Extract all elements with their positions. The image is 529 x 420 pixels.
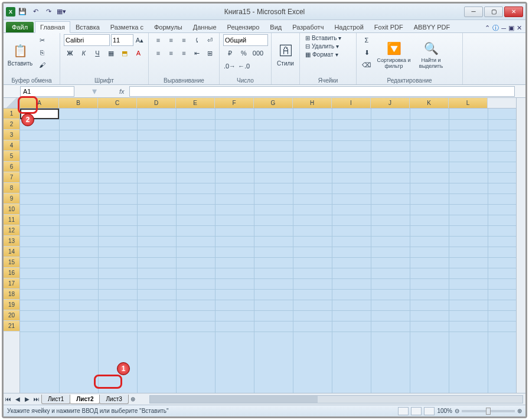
page-layout-view-button[interactable] <box>411 407 422 415</box>
italic-button[interactable]: К <box>77 47 90 59</box>
qat-save-button[interactable]: 💾 <box>17 6 28 18</box>
zoom-in-button[interactable]: ⊕ <box>517 408 522 414</box>
col-header[interactable]: C <box>98 98 137 108</box>
zoom-out-button[interactable]: ⊖ <box>455 408 459 414</box>
file-tab[interactable]: Файл <box>6 22 34 32</box>
maximize-button[interactable]: ▢ <box>484 6 503 17</box>
sheet-tab-2[interactable]: Лист2 <box>70 395 100 404</box>
page-break-view-button[interactable] <box>424 407 435 415</box>
cut-button[interactable]: ✂ <box>35 34 48 46</box>
row-header[interactable]: 8 <box>4 183 19 193</box>
align-center-button[interactable]: ≡ <box>165 47 177 59</box>
col-header[interactable]: I <box>332 98 371 108</box>
row-header[interactable]: 3 <box>4 130 19 140</box>
col-header[interactable]: J <box>371 98 410 108</box>
fx-icon[interactable]: fx <box>115 88 129 95</box>
row-header[interactable]: 21 <box>4 321 19 332</box>
vertical-scrollbar[interactable] <box>516 98 525 393</box>
tab-view[interactable]: Вид <box>264 21 287 32</box>
delete-cells-button[interactable]: ⊟ Удалить ▾ <box>303 42 343 50</box>
grow-font-button[interactable]: A▴ <box>135 34 145 46</box>
row-header[interactable]: 11 <box>4 215 19 225</box>
comma-button[interactable]: 000 <box>252 47 264 59</box>
new-sheet-button[interactable]: ⊕ <box>128 395 138 404</box>
row-header[interactable]: 2 <box>4 119 19 130</box>
font-color-button[interactable]: A <box>132 47 145 59</box>
mdi-close-icon[interactable]: ✕ <box>517 24 522 32</box>
zoom-slider[interactable] <box>462 410 515 412</box>
clear-button[interactable]: ⌫ <box>360 59 373 71</box>
paste-button[interactable]: 📋 Вставить <box>7 34 33 75</box>
formula-input[interactable] <box>129 86 515 97</box>
select-all-corner[interactable] <box>4 98 19 109</box>
help-icon[interactable]: ⓘ <box>492 24 499 32</box>
sheet-tab-1[interactable]: Лист1 <box>41 395 70 404</box>
align-middle-button[interactable]: ≡ <box>165 34 177 46</box>
underline-button[interactable]: Ч <box>91 47 103 59</box>
active-cell[interactable] <box>20 109 59 119</box>
row-header[interactable]: 14 <box>4 247 19 257</box>
font-size-select[interactable] <box>111 34 133 46</box>
cells-grid[interactable] <box>20 109 516 393</box>
row-header[interactable]: 13 <box>4 236 19 247</box>
row-header[interactable]: 10 <box>4 204 19 215</box>
decrease-indent-button[interactable]: ⇤ <box>191 47 203 59</box>
border-button[interactable]: ▦ <box>105 47 117 59</box>
insert-cells-button[interactable]: ⊞ Вставить ▾ <box>303 34 343 42</box>
wrap-text-button[interactable]: ⏎ <box>204 34 215 46</box>
name-box[interactable]: A1 <box>20 86 74 97</box>
copy-button[interactable]: ⎘ <box>35 47 48 58</box>
col-header[interactable]: K <box>410 98 449 108</box>
row-header[interactable]: 6 <box>4 162 19 172</box>
align-right-button[interactable]: ≡ <box>178 47 190 59</box>
col-header[interactable]: D <box>137 98 176 108</box>
fill-button[interactable]: ⬇ <box>360 47 373 58</box>
font-name-select[interactable] <box>64 34 110 46</box>
col-header[interactable]: E <box>176 98 215 108</box>
row-header[interactable]: 15 <box>4 257 19 268</box>
row-header[interactable]: 9 <box>4 193 19 204</box>
ribbon-minimize-icon[interactable]: ⌃ <box>485 24 490 32</box>
mdi-restore-icon[interactable]: ▣ <box>508 24 514 32</box>
decrease-decimal-button[interactable]: ←.0 <box>237 60 250 72</box>
row-header[interactable]: 1 <box>4 109 19 119</box>
normal-view-button[interactable] <box>398 407 409 415</box>
col-header[interactable]: H <box>293 98 332 108</box>
tab-insert[interactable]: Вставка <box>70 21 105 32</box>
tab-review[interactable]: Рецензиро <box>222 21 265 32</box>
align-left-button[interactable]: ≡ <box>152 47 164 59</box>
sheet-nav-prev[interactable]: ◀ <box>13 395 22 404</box>
minimize-button[interactable]: ─ <box>464 6 483 17</box>
number-format-select[interactable] <box>223 34 268 46</box>
tab-formulas[interactable]: Формулы <box>149 21 188 32</box>
sort-filter-button[interactable]: 🔽 Сортировка и фильтр <box>375 34 412 75</box>
currency-button[interactable]: ₽ <box>223 47 236 59</box>
sheet-nav-first[interactable]: ⏮ <box>4 395 13 404</box>
sheet-tab-3[interactable]: Лист3 <box>99 395 128 404</box>
row-header[interactable]: 16 <box>4 268 19 278</box>
styles-button[interactable]: 🄰 Стили <box>275 34 296 75</box>
col-header[interactable]: B <box>59 98 98 108</box>
tab-data[interactable]: Данные <box>188 21 222 32</box>
format-cells-button[interactable]: ▦ Формат ▾ <box>303 51 343 58</box>
row-header[interactable]: 5 <box>4 151 19 162</box>
col-header[interactable]: G <box>254 98 293 108</box>
tab-developer[interactable]: Разработч <box>287 21 329 32</box>
tab-addins[interactable]: Надстрой <box>329 21 368 32</box>
close-button[interactable]: ✕ <box>504 6 523 17</box>
qat-undo-button[interactable]: ↶ <box>30 6 41 18</box>
fill-color-button[interactable]: ⬒ <box>119 47 131 59</box>
tab-foxit[interactable]: Foxit PDF <box>369 21 409 32</box>
row-header[interactable]: 18 <box>4 289 19 300</box>
col-header[interactable]: L <box>449 98 488 108</box>
row-header[interactable]: 19 <box>4 300 19 310</box>
tab-home[interactable]: Главная <box>35 21 70 33</box>
bold-button[interactable]: Ж <box>64 47 76 59</box>
percent-button[interactable]: % <box>237 47 250 59</box>
horizontal-scrollbar[interactable] <box>149 395 523 403</box>
row-header[interactable]: 7 <box>4 172 19 183</box>
col-header[interactable]: F <box>215 98 254 108</box>
tab-abbyy[interactable]: ABBYY PDF <box>409 21 456 32</box>
increase-decimal-button[interactable]: .0→ <box>223 60 236 72</box>
col-header[interactable]: A <box>20 98 59 108</box>
